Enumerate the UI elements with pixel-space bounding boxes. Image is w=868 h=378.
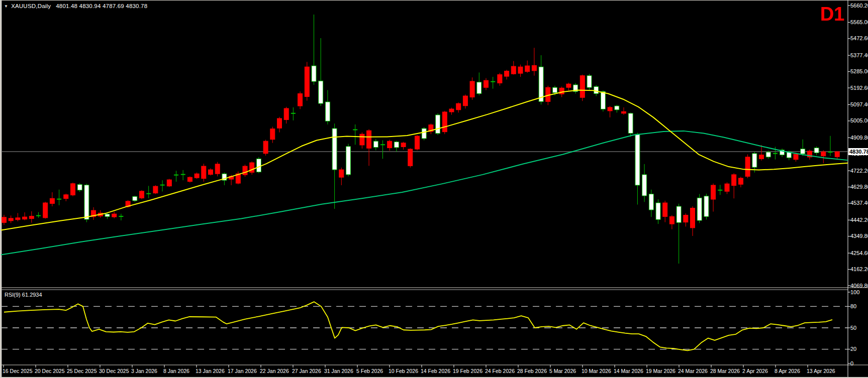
date-tick-label: 25 Dec 2025 <box>67 368 97 374</box>
candle-body <box>312 66 316 81</box>
candle-body <box>346 147 351 175</box>
price-tick-label: 4909.80 <box>850 135 868 141</box>
candle-body <box>250 163 254 172</box>
candle-body <box>635 134 640 185</box>
candle-body <box>112 214 117 217</box>
candle-body <box>684 215 688 222</box>
date-tick-label: 5 Feb 2026 <box>356 368 383 374</box>
date-tick-label: 20 Dec 2025 <box>35 368 65 374</box>
date-tick-label: 13 Apr 2026 <box>807 368 835 374</box>
candle-body <box>367 131 371 148</box>
candle-body <box>814 148 819 153</box>
candle-body <box>738 178 743 184</box>
date-tick-label: 31 Jan 2026 <box>324 368 353 374</box>
rsi-tick-label: 80 <box>850 303 856 309</box>
candle-body <box>525 66 530 72</box>
candle-body <box>133 196 137 200</box>
candle-body <box>394 142 399 148</box>
rsi-tick-label: 20 <box>850 346 856 352</box>
price-tick-label: 5472.60 <box>850 35 868 41</box>
candle-body <box>105 214 110 216</box>
candle-body <box>29 216 34 219</box>
price-tick-label: 5285.00 <box>850 68 868 74</box>
date-tick-label: 28 Mar 2026 <box>710 368 740 374</box>
candle-body <box>77 185 82 190</box>
candle-body <box>401 143 406 147</box>
chart-title: ▼XAUUSD,Daily4801.48 4830.94 4787.69 483… <box>4 3 147 9</box>
candle-body <box>305 67 309 96</box>
candle-body <box>745 157 750 177</box>
candle-body <box>187 177 192 181</box>
candle-body <box>64 195 68 199</box>
price-tick-label: 5565.00 <box>850 19 868 25</box>
date-tick-label: 27 Jan 2026 <box>292 368 321 374</box>
candle-body <box>50 198 54 203</box>
ma-slow-line <box>1 131 848 255</box>
candle-body <box>642 175 647 196</box>
symbol-period-label: XAUUSD,Daily <box>11 3 51 9</box>
price-tick-label: 5192.60 <box>850 85 868 91</box>
date-tick-label: 19 Mar 2026 <box>646 368 676 374</box>
price-tick-label: 5005.00 <box>850 117 868 123</box>
date-tick-label: 17 Jan 2026 <box>228 368 257 374</box>
candle-body <box>243 166 247 175</box>
rsi-tick-label: 0 <box>850 360 853 366</box>
candle-body <box>518 67 523 73</box>
candle-body <box>463 96 467 106</box>
date-tick-label: 22 Jan 2026 <box>260 368 289 374</box>
candle-body <box>553 87 557 93</box>
candle-body <box>415 136 420 149</box>
candle-body <box>594 86 599 93</box>
candle-body <box>601 91 605 109</box>
candle-body <box>663 203 667 216</box>
candle-body <box>766 152 770 157</box>
date-tick-label: 8 Jan 2026 <box>163 368 189 374</box>
candle-body <box>752 154 757 167</box>
candle-body <box>43 203 48 218</box>
candle-body <box>835 152 839 157</box>
candle-body <box>195 174 199 178</box>
candle-body <box>332 129 337 170</box>
date-tick-label: 14 Feb 2026 <box>421 368 450 374</box>
candle-body <box>587 76 592 88</box>
candle-body <box>801 149 805 154</box>
candle-body <box>140 191 144 198</box>
ohlc-values: 4801.48 4830.94 4787.69 4830.78 <box>56 3 147 9</box>
date-tick-label: 19 Feb 2026 <box>453 368 483 374</box>
price-tick-label: 4722.20 <box>850 168 868 174</box>
candle-body <box>373 141 378 147</box>
candle-body <box>422 129 426 139</box>
date-tick-label: 3 Jan 2026 <box>131 368 157 374</box>
candle-body <box>539 67 543 101</box>
candle-body <box>649 194 653 210</box>
candle-body <box>821 152 826 156</box>
candle-body <box>704 196 709 217</box>
candle-body <box>725 184 729 191</box>
candle-body <box>319 81 323 103</box>
candle-body <box>84 185 89 219</box>
chart-plot-surface[interactable] <box>0 1 868 378</box>
date-tick-label: 28 Feb 2026 <box>517 368 547 374</box>
current-price-label: 4830.78 <box>848 148 868 155</box>
date-tick-label: 16 Dec 2025 <box>3 368 33 374</box>
price-tick-label: 4069.80 <box>850 283 868 289</box>
candle-body <box>277 118 282 128</box>
candle-body <box>209 170 213 174</box>
date-tick-label: 14 Mar 2026 <box>614 368 643 374</box>
candle-body <box>580 76 585 98</box>
candle-body <box>608 107 612 111</box>
candle-body <box>167 180 171 186</box>
date-tick-label: 24 Feb 2026 <box>485 368 515 374</box>
candle-body <box>456 103 461 110</box>
candle-body <box>691 208 695 228</box>
candle-body <box>711 185 716 199</box>
candle-body <box>622 111 626 113</box>
date-tick-label: 13 Jan 2026 <box>196 368 225 374</box>
candle-body <box>256 159 261 172</box>
candle-body <box>794 154 798 160</box>
candle-body <box>202 166 206 179</box>
date-tick-label: 10 Feb 2026 <box>389 368 418 374</box>
symbol-dropdown-icon[interactable]: ▼ <box>4 4 8 9</box>
candle-body <box>215 164 220 174</box>
candle-body <box>449 109 454 112</box>
